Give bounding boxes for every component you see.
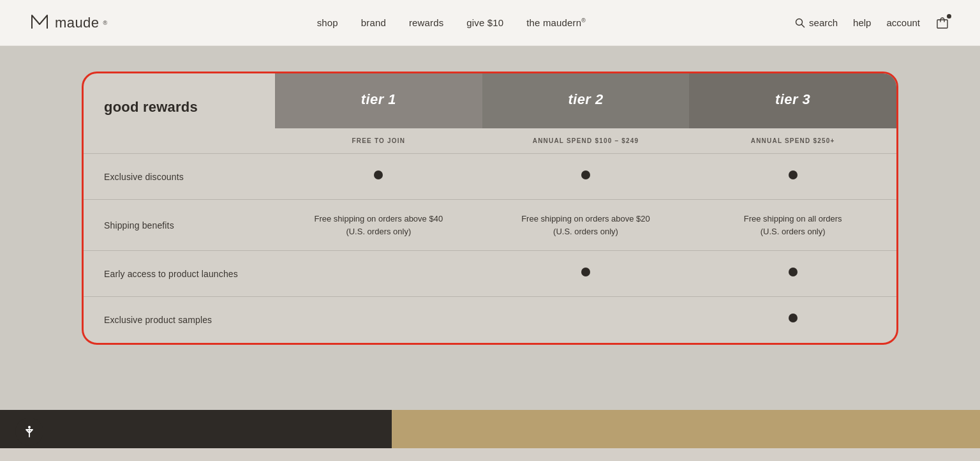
svg-point-0 [796,19,803,25]
row-tier1-exclusive-discounts [275,158,482,196]
header: maude ® shop brand rewards give $10 the … [0,0,980,46]
row-tier3-shipping: Free shipping on all orders (U.S. orders… [689,200,896,250]
dot-icon [374,170,383,179]
search-icon [795,18,805,28]
dot-icon [581,268,590,276]
logo[interactable]: maude ® [31,11,108,34]
shipping-tier1-text: Free shipping on orders above $40 (U.S. … [315,214,443,236]
tier3-header: tier 3 [689,73,896,128]
tier2-header: tier 2 [482,73,690,128]
sub-header-empty [84,128,275,153]
row-tier2-shipping: Free shipping on orders above $20 (U.S. … [482,200,690,250]
account-label: account [886,17,920,28]
help-action[interactable]: help [853,17,871,28]
row-tier1-shipping: Free shipping on orders above $40 (U.S. … [275,200,482,250]
help-label: help [853,17,871,28]
row-tier3-exclusive-discounts [689,158,896,196]
dot-icon [581,170,590,179]
row-exclusive-samples: Exclusive product samples [84,297,896,343]
svg-line-1 [802,24,805,27]
main-nav: shop brand rewards give $10 the maudern® [317,17,586,28]
accessibility-icon [22,424,37,439]
shipping-tier2-text: Free shipping on orders above $20 (U.S. … [521,214,650,236]
row-label-early-access: Early access to product launches [84,256,275,292]
header-actions: search help account [795,16,949,30]
svg-rect-2 [937,20,947,28]
search-action[interactable]: search [795,17,838,28]
row-tier2-samples [482,307,690,333]
nav-brand[interactable]: brand [361,17,386,28]
rewards-title: good rewards [104,99,198,116]
cart-action[interactable] [935,16,949,30]
dot-icon [789,268,798,276]
row-tier2-exclusive-discounts [482,158,690,196]
dot-icon [789,170,798,179]
row-tier3-early-access [689,255,896,293]
account-action[interactable]: account [886,17,920,28]
rewards-card: good rewards tier 1 tier 2 tier 3 FREE T… [82,72,898,345]
row-label-shipping-benefits: Shipping benefits [84,208,275,243]
sub-header-row: FREE TO JOIN ANNUAL SPEND $100 – $249 AN… [84,128,896,154]
row-tier3-samples [689,301,896,339]
nav-give10[interactable]: give $10 [466,17,503,28]
rewards-title-cell: good rewards [84,73,275,128]
sub-header-tier1: FREE TO JOIN [275,128,482,153]
cart-badge [947,14,951,19]
nav-rewards[interactable]: rewards [409,17,443,28]
nav-shop[interactable]: shop [317,17,338,28]
logo-sup: ® [103,20,107,26]
sub-header-tier3: ANNUAL SPEND $250+ [689,128,896,153]
dot-icon [789,314,798,322]
svg-point-3 [28,426,31,428]
nav-maudern[interactable]: the maudern® [526,17,586,28]
row-tier1-early-access [275,261,482,287]
row-shipping-benefits: Shipping benefits Free shipping on order… [84,200,896,251]
bottom-strip [0,410,980,448]
logo-m [31,11,51,34]
row-label-exclusive-samples: Exclusive product samples [84,302,275,338]
logo-text: maude [55,15,99,31]
row-tier2-early-access [482,255,690,293]
sub-header-tier2: ANNUAL SPEND $100 – $249 [482,128,690,153]
row-exclusive-discounts: Exclusive discounts [84,154,896,200]
row-early-access: Early access to product launches [84,251,896,297]
accessibility-widget[interactable] [15,418,43,446]
main-content: good rewards tier 1 tier 2 tier 3 FREE T… [0,46,980,448]
row-label-exclusive-discounts: Exclusive discounts [84,159,275,195]
shipping-tier3-text: Free shipping on all orders (U.S. orders… [744,214,842,236]
tier-header-row: good rewards tier 1 tier 2 tier 3 [84,73,896,128]
row-tier1-samples [275,307,482,333]
search-label: search [809,17,838,28]
tier1-header: tier 1 [275,73,482,128]
